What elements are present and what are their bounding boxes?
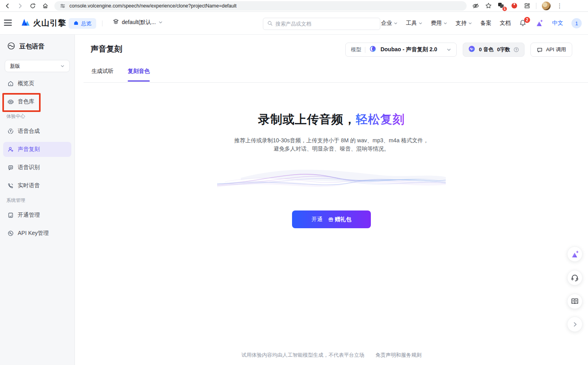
footer: 试用体验内容均由人工智能模型生成，不代表平台立场免责声明和服务规则	[75, 352, 588, 359]
version-selector[interactable]: 新版	[5, 60, 70, 72]
nav-enterprise[interactable]: 企业	[381, 20, 398, 27]
nav-billing[interactable]: 费用	[431, 20, 447, 27]
top-controls: 模型 Doubao - 声音复刻 2.0 0 音色 0字数 API 调用	[345, 43, 572, 57]
tabs-border	[84, 82, 588, 83]
model-label: 模型	[351, 46, 361, 53]
tab-generate-preview[interactable]: 生成试听	[91, 68, 114, 82]
search-box	[263, 18, 380, 30]
layers-icon	[113, 19, 119, 26]
forward-icon[interactable]	[17, 2, 24, 9]
back-icon[interactable]	[4, 2, 11, 9]
project-selector[interactable]: default(默认...	[113, 19, 163, 26]
language-switch[interactable]: 中文	[552, 20, 563, 27]
notification-bell[interactable]: 2	[519, 19, 527, 27]
hero-desc-line2: 避免多人对话、明显杂音、噪音、混响等情况。	[75, 145, 588, 153]
hero-title: 录制或上传音频，轻松复刻	[75, 112, 588, 128]
activate-label: 开通	[312, 216, 323, 223]
sidebar-item-api-key[interactable]: API Key管理	[3, 226, 71, 241]
sidebar-item-voice-library[interactable]: 音色库	[3, 94, 71, 109]
extension-badge-icon[interactable]: 1	[497, 2, 505, 10]
page-title: 声音复刻	[91, 44, 122, 54]
user-avatar[interactable]: 1	[571, 18, 582, 28]
floating-docs-button[interactable]	[567, 294, 582, 309]
sidebar-item-activation[interactable]: 开通管理	[3, 208, 71, 223]
sidebar-item-speech-recognition[interactable]: 语音识别	[3, 160, 71, 175]
sidebar-section-experience: 体验中心	[6, 112, 68, 120]
hero-description: 推荐上传或录制10-30s音频，上传支持小于 8M 的 wav、mp3、m4a …	[75, 136, 588, 153]
sidebar-item-label: 语音识别	[18, 164, 40, 171]
sidebar: 豆包语音 新版 概览页 音色库 体验中心	[0, 35, 75, 365]
home-icon	[7, 80, 14, 87]
kebab-menu-icon[interactable]: ⋮	[556, 2, 563, 9]
chevron-down-icon	[443, 21, 447, 25]
tab-clone-voice[interactable]: 复刻音色	[128, 68, 150, 82]
volcengine-brand[interactable]: 火山引擎	[20, 17, 66, 28]
profile-avatar[interactable]	[542, 2, 551, 10]
divider	[365, 47, 365, 53]
voice-clone-icon	[7, 146, 14, 153]
puzzle-icon[interactable]	[523, 2, 530, 9]
sidebar-item-label: 开通管理	[18, 212, 40, 219]
main-content: 声音复刻 模型 Doubao - 声音复刻 2.0 0 音色 0字数	[75, 35, 588, 365]
quota-pill[interactable]: 0 音色 0字数	[463, 43, 525, 57]
doubao-logo-icon	[369, 45, 376, 54]
gift-package: 赠礼包	[328, 216, 352, 223]
hero-title-plain: 录制或上传音频，	[258, 113, 356, 126]
chat-icon	[537, 47, 543, 53]
search-input[interactable]	[275, 21, 376, 27]
header-right-nav: 企业 工具 费用 支持 备案 文档 2	[381, 12, 582, 35]
footer-link[interactable]: 免责声明和服务规则	[376, 352, 422, 358]
activate-button[interactable]: 开通 赠礼包	[292, 210, 371, 228]
headset-icon	[571, 274, 579, 282]
voice-library-icon	[7, 99, 14, 105]
model-selector[interactable]: 模型 Doubao - 声音复刻 2.0	[345, 43, 457, 57]
reload-icon[interactable]	[29, 2, 36, 9]
chevron-down-icon	[419, 21, 422, 25]
sidebar-item-label: 声音复刻	[18, 146, 40, 153]
nav-docs[interactable]: 文档	[500, 20, 511, 27]
gift-icon	[328, 217, 333, 222]
red-circle-extension-icon[interactable]	[511, 2, 518, 9]
nav-support[interactable]: 支持	[456, 20, 472, 27]
site-settings-icon[interactable]	[59, 2, 66, 9]
sidebar-nav: 概览页 音色库 体验中心 语音合成 声音复刻	[0, 76, 74, 241]
sidebar-item-label: API Key管理	[18, 230, 49, 237]
activation-icon	[7, 212, 14, 219]
sidebar-item-label: 概览页	[18, 80, 34, 87]
book-icon	[571, 297, 579, 305]
chevron-down-icon	[394, 21, 398, 25]
floating-support-button[interactable]	[567, 270, 582, 285]
floating-ai-assistant-button[interactable]	[567, 246, 582, 262]
console-header: 火山引擎 总览 default(默认... 企业	[0, 12, 588, 35]
browser-home-icon[interactable]	[42, 2, 49, 9]
overview-label: 总览	[81, 20, 91, 27]
page: console.volcengine.com/speech/new/experi…	[0, 0, 588, 365]
chevron-down-icon	[60, 64, 65, 68]
sidebar-item-voice-clone[interactable]: 声音复刻	[3, 142, 71, 157]
home-icon	[73, 20, 79, 27]
doubao-voice-icon	[7, 42, 15, 52]
extension-badge: 1	[502, 6, 507, 11]
overview-button[interactable]: 总览	[69, 18, 96, 29]
volcano-ai-icon	[570, 250, 580, 259]
sidebar-item-label: 音色库	[18, 98, 34, 105]
sidebar-item-speech-synthesis[interactable]: 语音合成	[3, 124, 71, 139]
api-call-label: API 调用	[546, 46, 566, 53]
floating-collapse-button[interactable]	[567, 317, 582, 332]
quota-characters: 0字数	[497, 46, 510, 53]
api-call-button[interactable]: API 调用	[530, 43, 572, 57]
nav-tools[interactable]: 工具	[406, 20, 422, 27]
sidebar-item-overview[interactable]: 概览页	[3, 76, 71, 91]
volcano-ai-icon[interactable]	[535, 19, 544, 28]
hero-section: 录制或上传音频，轻松复刻 推荐上传或录制10-30s音频，上传支持小于 8M 的…	[75, 112, 588, 153]
nav-filing[interactable]: 备案	[480, 20, 491, 27]
eye-off-icon[interactable]	[472, 2, 479, 9]
product-header: 豆包语音	[0, 35, 74, 52]
hamburger-icon[interactable]	[4, 20, 12, 26]
hero-desc-line1: 推荐上传或录制10-30s音频，上传支持小于 8M 的 wav、mp3、m4a …	[75, 136, 588, 145]
question-circle-icon	[514, 47, 519, 52]
star-icon[interactable]	[485, 2, 492, 9]
sidebar-item-realtime-voice[interactable]: 实时语音	[3, 178, 71, 193]
address-bar[interactable]: console.volcengine.com/speech/new/experi…	[54, 1, 467, 11]
url-text[interactable]: console.volcengine.com/speech/new/experi…	[69, 3, 236, 9]
